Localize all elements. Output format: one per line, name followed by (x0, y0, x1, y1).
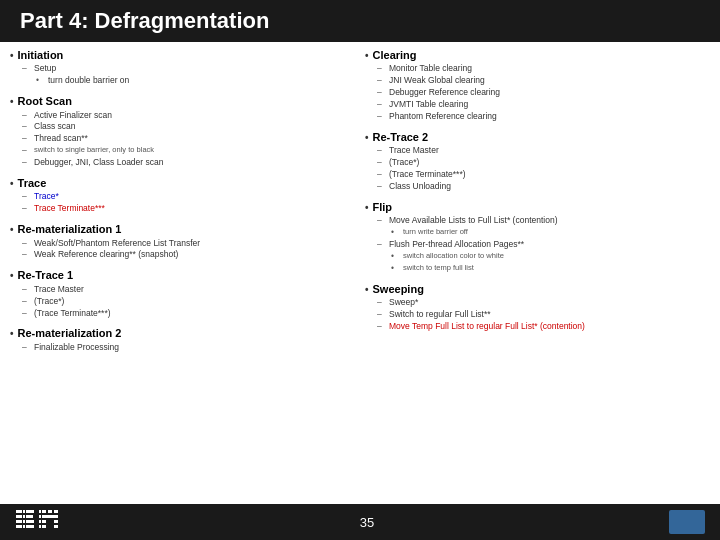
svg-rect-11 (26, 515, 33, 518)
flip-sub: • turn write barrier off (391, 227, 710, 239)
svg-rect-13 (26, 525, 34, 528)
dash-icon: – (377, 111, 385, 123)
remat1-title: Re-materialization 1 (18, 222, 122, 237)
bullet-icon: • (391, 227, 399, 239)
svg-rect-18 (42, 515, 58, 518)
list-item: • turn write barrier off (391, 227, 710, 239)
dash-icon: – (22, 238, 30, 250)
page: Part 4: Defragmentation • Initiation – S… (0, 0, 720, 540)
list-item: – Setup (22, 63, 355, 75)
trace-content: – Trace* – Trace Terminate*** (22, 191, 355, 215)
section-initiation: • Initiation – Setup • turn double barri… (10, 48, 355, 87)
page-number: 35 (360, 515, 374, 530)
dash-icon: – (377, 321, 385, 333)
bullet: • (10, 49, 14, 63)
list-item: – (Trace Terminate***) (377, 169, 710, 181)
dash-icon: – (22, 284, 30, 296)
list-item: – Class Unloading (377, 181, 710, 193)
section-retrace2: • Re-Trace 2 – Trace Master – (Trace*) –… (365, 130, 710, 193)
dash-icon: – (22, 133, 30, 145)
ibm-logo-area (15, 510, 65, 534)
bullet: • (365, 49, 369, 63)
dash-icon: – (22, 191, 30, 203)
bullet: • (10, 269, 14, 283)
list-item: • switch to temp full list (391, 263, 710, 275)
bullet: • (10, 223, 14, 237)
dash-icon: – (22, 296, 30, 308)
list-item: – Trace Terminate*** (22, 203, 355, 215)
section-remat1: • Re-materialization 1 – Weak/Soft/Phant… (10, 222, 355, 261)
list-item: – Switch to regular Full List** (377, 309, 710, 321)
initiation-content: – Setup • turn double barrier on (22, 63, 355, 87)
list-item: – Debugger Reference clearing (377, 87, 710, 99)
section-flip: • Flip – Move Available Lists to Full Li… (365, 200, 710, 275)
svg-rect-7 (16, 520, 22, 523)
list-item: – Class scan (22, 121, 355, 133)
list-item: – Weak/Soft/Phantom Reference List Trans… (22, 238, 355, 250)
list-item: – Thread scan** (22, 133, 355, 145)
list-item: – Flush Per-thread Allocation Pages** (377, 239, 710, 251)
svg-rect-20 (54, 520, 58, 523)
flip-sub2: • switch allocation color to white • swi… (391, 251, 710, 275)
dash-icon: – (377, 181, 385, 193)
dash-icon: – (22, 203, 30, 215)
svg-rect-17 (54, 510, 58, 513)
section-root-scan: • Root Scan – Active Finalizer scan – Cl… (10, 94, 355, 169)
bullet: • (365, 201, 369, 215)
trace-title: Trace (18, 176, 47, 191)
dash-icon: – (22, 157, 30, 169)
list-item: – Move Temp Full List to regular Full Li… (377, 321, 710, 333)
list-item: – Move Available Lists to Full List* (co… (377, 215, 710, 227)
dash-icon: – (377, 99, 385, 111)
list-item: – Active Finalizer scan (22, 110, 355, 122)
dash-icon: – (377, 239, 385, 251)
svg-rect-8 (16, 525, 22, 528)
dash-icon: – (22, 342, 30, 354)
list-item: – (Trace*) (22, 296, 355, 308)
bullet-icon: • (391, 263, 399, 275)
remat1-content: – Weak/Soft/Phantom Reference List Trans… (22, 238, 355, 262)
bullet: • (365, 131, 369, 145)
dash-icon: – (22, 308, 30, 320)
svg-rect-21 (42, 525, 46, 528)
list-item: – Phantom Reference clearing (377, 111, 710, 123)
dash-icon: – (22, 145, 30, 157)
svg-rect-15 (42, 510, 46, 513)
clearing-title: Clearing (373, 48, 417, 63)
svg-rect-6 (16, 515, 22, 518)
bottom-bar: 35 (0, 504, 720, 540)
bullet: • (10, 327, 14, 341)
list-item: – JVMTI Table clearing (377, 99, 710, 111)
sweeping-content: – Sweep* – Switch to regular Full List**… (377, 297, 710, 333)
list-item: – switch to single barrier, only to blac… (22, 145, 355, 157)
dash-icon: – (22, 110, 30, 122)
list-item: – Monitor Table clearing (377, 63, 710, 75)
root-scan-content: – Active Finalizer scan – Class scan – T… (22, 110, 355, 169)
list-item: – JNI Weak Global clearing (377, 75, 710, 87)
flip-title: Flip (373, 200, 393, 215)
bullet-icon: • (391, 251, 399, 263)
root-scan-title: Root Scan (18, 94, 72, 109)
bullet-icon: • (36, 75, 44, 87)
bullet: • (10, 177, 14, 191)
dash-icon: – (22, 63, 30, 75)
dash-icon: – (377, 169, 385, 181)
right-column: • Clearing – Monitor Table clearing – JN… (365, 48, 710, 500)
dash-icon: – (377, 87, 385, 99)
dash-icon: – (377, 75, 385, 87)
section-remat2: • Re-materialization 2 – Finalizable Pro… (10, 326, 355, 353)
list-item: • turn double barrier on (36, 75, 355, 87)
clearing-content: – Monitor Table clearing – JNI Weak Glob… (377, 63, 710, 122)
section-clearing: • Clearing – Monitor Table clearing – JN… (365, 48, 710, 123)
list-item: – Trace Master (22, 284, 355, 296)
svg-rect-12 (26, 520, 34, 523)
section-sweeping: • Sweeping – Sweep* – Switch to regular … (365, 282, 710, 333)
page-title: Part 4: Defragmentation (0, 0, 720, 42)
dash-icon: – (377, 309, 385, 321)
list-item: – Trace* (22, 191, 355, 203)
retrace2-title: Re-Trace 2 (373, 130, 429, 145)
svg-rect-19 (42, 520, 46, 523)
list-item: – (Trace*) (377, 157, 710, 169)
remat2-title: Re-materialization 2 (18, 326, 122, 341)
section-retrace1: • Re-Trace 1 – Trace Master – (Trace*) –… (10, 268, 355, 319)
